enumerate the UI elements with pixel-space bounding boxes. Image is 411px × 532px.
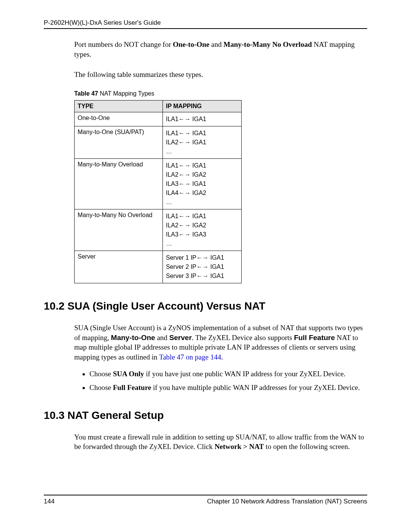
- text: to open the following screen.: [264, 443, 350, 451]
- table-title: NAT Mapping Types: [98, 90, 155, 97]
- nat-mapping-table: TYPE IP MAPPING One-to-OneILA1←→ IGA1Man…: [74, 100, 242, 283]
- mapping-line: ILA1←→ IGA1: [166, 212, 238, 221]
- text-bold: Network > NAT: [215, 443, 264, 451]
- mapping-line: Server 1 IP←→ IGA1: [166, 253, 238, 262]
- text: if you have multiple public WAN IP addre…: [151, 383, 360, 391]
- text-bold: SUA Only: [113, 370, 144, 378]
- cell-mapping: Server 1 IP←→ IGA1Server 2 IP←→ IGA1Serv…: [163, 251, 242, 283]
- col-type: TYPE: [75, 100, 163, 112]
- text: and: [209, 40, 223, 48]
- mapping-line: Server 2 IP←→ IGA1: [166, 262, 238, 272]
- mapping-line: ILA1←→ IGA1: [166, 115, 238, 124]
- mapping-line: ILA2←→ IGA2: [166, 221, 238, 230]
- mapping-line: Server 3 IP←→ IGA1: [166, 272, 238, 281]
- list-item: Choose Full Feature if you have multiple…: [89, 383, 367, 393]
- cell-type: Many-to-One (SUA/PAT): [75, 126, 163, 158]
- cell-mapping: ILA1←→ IGA1: [163, 112, 242, 126]
- page-header: P-2602H(W)(L)-DxA Series User's Guide: [44, 19, 367, 29]
- mapping-line: ILA2←→ IGA1: [166, 138, 238, 147]
- cell-type: One-to-One: [75, 112, 163, 126]
- cell-type: Many-to-Many Overload: [75, 158, 163, 209]
- mapping-line: ILA3←→ IGA3: [166, 230, 238, 239]
- cell-mapping: ILA1←→ IGA1ILA2←→ IGA2ILA3←→ IGA1ILA4←→ …: [163, 158, 242, 209]
- table-row: Many-to-Many OverloadILA1←→ IGA1ILA2←→ I…: [75, 158, 242, 209]
- table-number: Table 47: [74, 90, 98, 97]
- heading-10-2: 10.2 SUA (Single User Account) Versus NA…: [44, 300, 367, 312]
- text: if you have just one public WAN IP addre…: [144, 370, 346, 378]
- table-row: One-to-OneILA1←→ IGA1: [75, 112, 242, 126]
- mapping-line: ILA3←→ IGA1: [166, 179, 238, 189]
- text-bold: Many-to-Many No Overload: [223, 40, 312, 48]
- table-row: Many-to-One (SUA/PAT)ILA1←→ IGA1ILA2←→ I…: [75, 126, 242, 158]
- page-number: 144: [44, 498, 54, 505]
- cell-mapping: ILA1←→ IGA1ILA2←→ IGA1…: [163, 126, 242, 158]
- list-item: Choose SUA Only if you have just one pub…: [89, 369, 367, 379]
- mapping-line: ILA1←→ IGA1: [166, 161, 238, 170]
- mapping-line: …: [166, 147, 238, 156]
- chapter-label: Chapter 10 Network Address Translation (…: [207, 498, 367, 505]
- mapping-line: ILA4←→ IGA2: [166, 189, 238, 198]
- text: Choose: [89, 383, 113, 391]
- text: .: [221, 353, 223, 361]
- text-bold: Server: [169, 334, 192, 342]
- sua-bullets: Choose SUA Only if you have just one pub…: [74, 369, 367, 392]
- mapping-line: ILA1←→ IGA1: [166, 129, 238, 138]
- text-bold: Full Feature: [113, 383, 151, 391]
- cross-ref-link[interactable]: Table 47 on page 144: [159, 353, 221, 361]
- page-footer: 144 Chapter 10 Network Address Translati…: [44, 495, 367, 505]
- mapping-line: …: [166, 239, 238, 248]
- cell-type: Many-to-Many No Overload: [75, 209, 163, 251]
- cell-mapping: ILA1←→ IGA1ILA2←→ IGA2ILA3←→ IGA3…: [163, 209, 242, 251]
- text: Port numbers do NOT change for: [74, 40, 173, 48]
- table-row: Many-to-Many No OverloadILA1←→ IGA1ILA2←…: [75, 209, 242, 251]
- text-bold: Many-to-One: [111, 334, 155, 342]
- text: Choose: [89, 370, 113, 378]
- mapping-line: ILA2←→ IGA2: [166, 170, 238, 179]
- text: and: [155, 334, 169, 342]
- intro-para-1: Port numbers do NOT change for One-to-On…: [74, 40, 367, 59]
- table-row: ServerServer 1 IP←→ IGA1Server 2 IP←→ IG…: [75, 251, 242, 283]
- heading-10-3: 10.3 NAT General Setup: [44, 409, 367, 422]
- intro-para-2: The following table summarizes these typ…: [74, 70, 367, 80]
- mapping-line: …: [166, 198, 238, 207]
- text: . The ZyXEL Device also supports: [192, 334, 294, 342]
- nat-setup-para: You must create a firewall rule in addit…: [74, 432, 367, 452]
- text-bold: One-to-One: [173, 40, 209, 48]
- cell-type: Server: [75, 251, 163, 283]
- col-mapping: IP MAPPING: [163, 100, 242, 112]
- sua-vs-nat-para: SUA (Single User Account) is a ZyNOS imp…: [74, 323, 367, 362]
- text-bold: Full Feature: [294, 334, 335, 342]
- table-caption: Table 47 NAT Mapping Types: [74, 90, 367, 97]
